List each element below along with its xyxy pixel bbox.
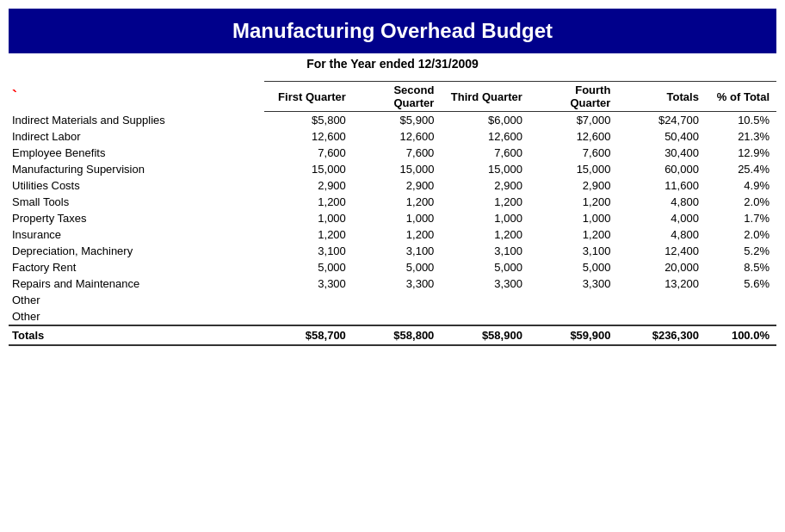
col-header-q1: First Quarter xyxy=(264,82,353,112)
table-row: Employee Benefits7,6007,6007,6007,60030,… xyxy=(9,145,776,161)
row-8-q3: 3,100 xyxy=(441,243,529,259)
row-4-q1: 2,900 xyxy=(264,177,353,194)
row-6-q2: 1,000 xyxy=(353,210,442,226)
totals-row: Totals $58,700 $58,800 $58,900 $59,900 $… xyxy=(9,325,776,345)
totals-pct: 100.0% xyxy=(706,325,776,345)
row-7-q3: 1,200 xyxy=(441,226,529,243)
table-row: Small Tools1,2001,2001,2001,2004,8002.0% xyxy=(9,194,776,210)
table-row: Other xyxy=(9,292,776,308)
row-5-q1: 1,200 xyxy=(264,194,353,210)
row-0-totals: $24,700 xyxy=(617,112,706,129)
row-2-q1: 7,600 xyxy=(264,145,353,161)
row-10-q3: 3,300 xyxy=(441,275,529,292)
row-1-q4: 12,600 xyxy=(529,128,618,145)
row-12-q4 xyxy=(529,308,618,325)
row-9-q2: 5,000 xyxy=(353,259,442,275)
col-header-q2: Second Quarter xyxy=(353,82,442,112)
row-0-pct: 10.5% xyxy=(706,112,776,129)
row-6-label: Property Taxes xyxy=(9,210,264,226)
row-6-q4: 1,000 xyxy=(529,210,618,226)
row-5-totals: 4,800 xyxy=(617,194,706,210)
row-1-q3: 12,600 xyxy=(441,128,529,145)
row-2-label: Employee Benefits xyxy=(9,145,264,161)
row-10-q2: 3,300 xyxy=(353,275,442,292)
totals-q1: $58,700 xyxy=(264,325,353,345)
row-5-label: Small Tools xyxy=(9,194,264,210)
row-11-totals xyxy=(617,292,706,308)
row-1-totals: 50,400 xyxy=(617,128,706,145)
row-8-q4: 3,100 xyxy=(529,243,618,259)
row-3-q2: 15,000 xyxy=(353,161,442,177)
row-0-q1: $5,800 xyxy=(264,112,353,129)
row-1-label: Indirect Labor xyxy=(9,128,264,145)
row-8-q2: 3,100 xyxy=(353,243,442,259)
totals-label: Totals xyxy=(9,325,264,345)
row-10-pct: 5.6% xyxy=(706,275,776,292)
row-11-label: Other xyxy=(9,292,264,308)
row-4-q4: 2,900 xyxy=(529,177,618,194)
col-header-pct: % of Total xyxy=(706,82,776,112)
row-8-label: Depreciation, Machinery xyxy=(9,243,264,259)
row-3-q1: 15,000 xyxy=(264,161,353,177)
table-row: Repairs and Maintenance3,3003,3003,3003,… xyxy=(9,275,776,292)
table-row: Factory Rent5,0005,0005,0005,00020,0008.… xyxy=(9,259,776,275)
table-row: Insurance1,2001,2001,2001,2004,8002.0% xyxy=(9,226,776,243)
col-header-totals: Totals xyxy=(617,82,706,112)
main-title: Manufacturing Overhead Budget xyxy=(232,19,553,42)
totals-total: $236,300 xyxy=(617,325,706,345)
col-header-label: ` xyxy=(9,82,264,112)
table-row: Indirect Materials and Supplies$5,800$5,… xyxy=(9,112,776,129)
row-6-q3: 1,000 xyxy=(441,210,529,226)
row-9-pct: 8.5% xyxy=(706,259,776,275)
row-7-label: Insurance xyxy=(9,226,264,243)
row-5-q2: 1,200 xyxy=(353,194,442,210)
row-0-q4: $7,000 xyxy=(529,112,618,129)
row-7-q2: 1,200 xyxy=(353,226,442,243)
totals-q2: $58,800 xyxy=(353,325,442,345)
subtitle: For the Year ended 12/31/2009 xyxy=(9,57,776,71)
row-1-pct: 21.3% xyxy=(706,128,776,145)
row-8-q1: 3,100 xyxy=(264,243,353,259)
row-7-totals: 4,800 xyxy=(617,226,706,243)
row-1-q2: 12,600 xyxy=(353,128,442,145)
totals-q4: $59,900 xyxy=(529,325,618,345)
row-11-pct xyxy=(706,292,776,308)
row-12-q3 xyxy=(441,308,529,325)
row-11-q2 xyxy=(353,292,442,308)
row-12-totals xyxy=(617,308,706,325)
row-3-q3: 15,000 xyxy=(441,161,529,177)
table-row: Other xyxy=(9,308,776,325)
table-row: Manufacturing Supervision15,00015,00015,… xyxy=(9,161,776,177)
row-4-totals: 11,600 xyxy=(617,177,706,194)
row-12-q1 xyxy=(264,308,353,325)
row-0-q3: $6,000 xyxy=(441,112,529,129)
row-8-totals: 12,400 xyxy=(617,243,706,259)
row-4-q3: 2,900 xyxy=(441,177,529,194)
table-row: Property Taxes1,0001,0001,0001,0004,0001… xyxy=(9,210,776,226)
row-3-totals: 60,000 xyxy=(617,161,706,177)
row-2-q2: 7,600 xyxy=(353,145,442,161)
totals-q3: $58,900 xyxy=(441,325,529,345)
row-8-pct: 5.2% xyxy=(706,243,776,259)
row-0-label: Indirect Materials and Supplies xyxy=(9,112,264,129)
row-0-q2: $5,900 xyxy=(353,112,442,129)
row-5-q3: 1,200 xyxy=(441,194,529,210)
col-header-q3: Third Quarter xyxy=(441,82,529,112)
title-bar: Manufacturing Overhead Budget xyxy=(9,9,776,53)
row-4-q2: 2,900 xyxy=(353,177,442,194)
row-11-q4 xyxy=(529,292,618,308)
row-12-q2 xyxy=(353,308,442,325)
row-5-q4: 1,200 xyxy=(529,194,618,210)
row-2-q4: 7,600 xyxy=(529,145,618,161)
row-3-pct: 25.4% xyxy=(706,161,776,177)
table-row: Depreciation, Machinery3,1003,1003,1003,… xyxy=(9,243,776,259)
row-9-q1: 5,000 xyxy=(264,259,353,275)
col-header-q4: Fourth Quarter xyxy=(529,82,618,112)
row-4-label: Utilities Costs xyxy=(9,177,264,194)
row-2-totals: 30,400 xyxy=(617,145,706,161)
row-10-q4: 3,300 xyxy=(529,275,618,292)
table-row: Utilities Costs2,9002,9002,9002,90011,60… xyxy=(9,177,776,194)
row-3-label: Manufacturing Supervision xyxy=(9,161,264,177)
row-12-label: Other xyxy=(9,308,264,325)
row-10-totals: 13,200 xyxy=(617,275,706,292)
